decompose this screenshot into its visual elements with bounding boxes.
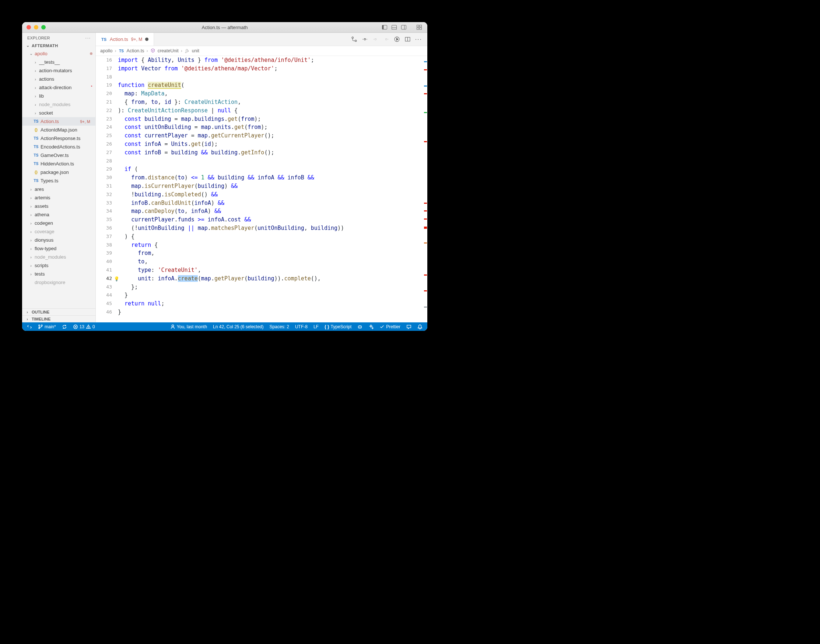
maximize-window-button[interactable] bbox=[41, 25, 46, 29]
svg-point-10 bbox=[352, 37, 353, 38]
folder-node-modules[interactable]: ›node_modules bbox=[22, 100, 95, 109]
wrench-icon bbox=[185, 48, 190, 54]
explorer-label: EXPLORER bbox=[27, 36, 50, 40]
file-actionidmap-json[interactable]: {}ActionIdMap.json bbox=[22, 126, 95, 134]
language-mode[interactable]: { } TypeScript bbox=[323, 324, 353, 330]
svg-rect-25 bbox=[359, 326, 362, 328]
file-action-ts[interactable]: TSAction.ts9+, M bbox=[22, 117, 95, 126]
svg-rect-6 bbox=[417, 25, 419, 27]
file-tree: ⌄ apollo ›__tests__›action-mutators›acti… bbox=[22, 49, 95, 308]
svg-point-20 bbox=[41, 325, 43, 326]
folder-action-mutators[interactable]: ›action-mutators bbox=[22, 66, 95, 75]
nav-prev-icon[interactable] bbox=[372, 36, 379, 42]
folder-assets[interactable]: ›assets bbox=[22, 202, 95, 210]
modified-indicator-icon bbox=[90, 52, 92, 55]
nav-next-icon[interactable] bbox=[383, 36, 389, 42]
outline-section[interactable]: ›OUTLINE bbox=[22, 308, 95, 315]
folder-ares[interactable]: ›ares bbox=[22, 185, 95, 193]
indentation-indicator[interactable]: Spaces: 2 bbox=[268, 324, 291, 330]
svg-point-13 bbox=[375, 38, 376, 40]
close-window-button[interactable] bbox=[26, 25, 31, 29]
svg-rect-3 bbox=[392, 28, 397, 29]
cube-icon bbox=[150, 48, 155, 54]
folder-artemis[interactable]: ›artemis bbox=[22, 193, 95, 202]
remote-indicator[interactable] bbox=[25, 324, 34, 330]
app-window: Action.ts — aftermath EXPLORER ··· ⌄ AFT… bbox=[22, 22, 427, 331]
folder-section-aftermath[interactable]: ⌄ AFTERMATH bbox=[22, 41, 95, 49]
panel-layout-left-icon[interactable] bbox=[382, 24, 388, 30]
sync-indicator[interactable] bbox=[60, 324, 69, 330]
split-editor-icon[interactable] bbox=[405, 36, 411, 42]
cursor-position[interactable]: Ln 42, Col 25 (6 selected) bbox=[211, 324, 265, 330]
breadcrumbs[interactable]: apollo › TS Action.ts › createUnit › uni… bbox=[96, 46, 427, 56]
run-icon[interactable] bbox=[394, 36, 400, 42]
file-encodedactions-ts[interactable]: TSEncodedActions.ts bbox=[22, 143, 95, 151]
panel-layout-right-icon[interactable] bbox=[401, 24, 407, 30]
status-bar: main* 13 0 You, last month Ln 42, Col 25… bbox=[22, 322, 427, 331]
svg-rect-8 bbox=[417, 28, 419, 29]
svg-rect-9 bbox=[420, 28, 422, 29]
minimize-window-button[interactable] bbox=[34, 25, 38, 29]
folder-athena[interactable]: ›athena bbox=[22, 210, 95, 219]
folder---tests--[interactable]: ›__tests__ bbox=[22, 58, 95, 66]
file-actionresponse-ts[interactable]: TSActionResponse.ts bbox=[22, 134, 95, 143]
folder-dropboxignore[interactable]: ›dropboxignore bbox=[22, 278, 95, 287]
tab-action-ts[interactable]: TS Action.ts 9+, M bbox=[96, 33, 154, 46]
tab-more-icon[interactable]: ··· bbox=[415, 36, 422, 43]
file-hiddenaction-ts[interactable]: TSHiddenAction.ts bbox=[22, 159, 95, 168]
tab-bar: TS Action.ts 9+, M ··· bbox=[96, 33, 427, 46]
svg-point-18 bbox=[39, 325, 40, 326]
svg-rect-4 bbox=[402, 25, 406, 29]
line-number-gutter[interactable]: 1617181920212223242526272829303132333435… bbox=[96, 56, 118, 322]
folder-scripts[interactable]: ›scripts bbox=[22, 261, 95, 270]
explorer-more-icon[interactable]: ··· bbox=[86, 36, 91, 40]
folder-socket[interactable]: ›socket bbox=[22, 109, 95, 117]
svg-point-27 bbox=[360, 327, 361, 327]
overview-ruler[interactable] bbox=[422, 56, 427, 322]
typescript-icon: TS bbox=[101, 37, 107, 41]
feedback-icon[interactable] bbox=[405, 324, 413, 330]
file-gameover-ts[interactable]: TSGameOver.ts bbox=[22, 151, 95, 159]
code-editor[interactable]: import { Ability, Units } from '@deities… bbox=[118, 56, 422, 322]
folder-node-modules[interactable]: ›node_modules bbox=[22, 253, 95, 261]
svg-rect-7 bbox=[420, 25, 422, 27]
folder-actions[interactable]: ›actions bbox=[22, 75, 95, 83]
svg-point-14 bbox=[385, 38, 387, 40]
titlebar: Action.ts — aftermath bbox=[22, 22, 427, 33]
folder-flow-typed[interactable]: ›flow-typed bbox=[22, 244, 95, 253]
folder-coverage[interactable]: ›coverage bbox=[22, 227, 95, 236]
branch-indicator[interactable]: main* bbox=[36, 324, 58, 330]
tab-status: 9+, M bbox=[131, 37, 142, 42]
copilot-icon[interactable] bbox=[356, 324, 364, 330]
timeline-section[interactable]: ›TIMELINE bbox=[22, 315, 95, 322]
dirty-indicator-icon bbox=[145, 38, 149, 41]
svg-point-24 bbox=[172, 325, 173, 327]
nav-back-icon[interactable] bbox=[362, 36, 368, 42]
svg-point-12 bbox=[364, 38, 365, 40]
svg-rect-1 bbox=[382, 25, 384, 29]
editor-area: TS Action.ts 9+, M ··· apollo › bbox=[96, 33, 427, 322]
blame-indicator[interactable]: You, last month bbox=[169, 324, 209, 330]
eol-indicator[interactable]: LF bbox=[312, 324, 320, 330]
notifications-icon[interactable] bbox=[415, 324, 425, 330]
svg-rect-2 bbox=[392, 25, 397, 29]
problems-indicator[interactable]: 13 0 bbox=[71, 324, 97, 330]
folder-codegen[interactable]: ›codegen bbox=[22, 219, 95, 227]
encoding-indicator[interactable]: UTF-8 bbox=[293, 324, 310, 330]
svg-point-26 bbox=[359, 327, 360, 327]
panel-layout-bottom-icon[interactable] bbox=[391, 24, 397, 30]
compare-changes-icon[interactable] bbox=[351, 36, 357, 42]
customize-layout-icon[interactable] bbox=[416, 24, 422, 30]
folder-dionysus[interactable]: ›dionysus bbox=[22, 236, 95, 244]
svg-point-11 bbox=[355, 40, 356, 41]
file-types-ts[interactable]: TSTypes.ts bbox=[22, 176, 95, 185]
prettier-indicator[interactable]: Prettier bbox=[378, 324, 402, 330]
folder-tests[interactable]: ›tests bbox=[22, 270, 95, 278]
folder-lib[interactable]: ›lib bbox=[22, 92, 95, 100]
folder-apollo[interactable]: ⌄ apollo bbox=[22, 49, 95, 58]
window-title: Action.ts — aftermath bbox=[22, 25, 427, 30]
traffic-lights bbox=[22, 25, 46, 29]
file-package-json[interactable]: {}package.json bbox=[22, 168, 95, 176]
folder-attack-direction[interactable]: ›attack-direction bbox=[22, 83, 95, 92]
sparkle-icon[interactable] bbox=[366, 324, 376, 330]
